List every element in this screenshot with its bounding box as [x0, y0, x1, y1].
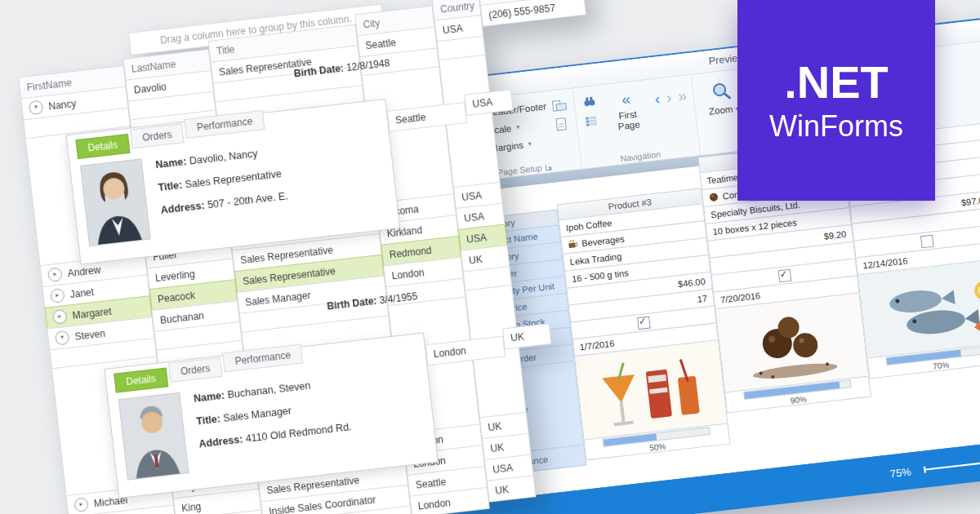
cell-picture: [858, 258, 980, 358]
dotnet-winforms-badge: .NET WinForms: [737, 0, 935, 201]
last-page-button[interactable]: »: [677, 88, 688, 104]
confection-icon: [708, 192, 719, 202]
badge-subtitle: WinForms: [769, 112, 903, 141]
badge-title: .NET: [784, 60, 889, 105]
zoom-slider[interactable]: [924, 452, 980, 476]
employee-photo: [118, 392, 189, 481]
collapse-row-icon[interactable]: ▾: [55, 330, 70, 346]
detail-title: Title: Sales Representative: [158, 167, 286, 193]
detail-title: Title: Sales Manager: [196, 398, 350, 427]
first-page-icon: «: [621, 91, 631, 108]
app-background: Drag a column here to group by this colu…: [0, 0, 980, 514]
expand-row-icon[interactable]: ▸: [52, 309, 68, 325]
product-photo-truffles: [716, 293, 868, 392]
grid-cell-country[interactable]: UK: [487, 475, 537, 502]
employee-grid-window: Drag a column here to group by this colu…: [5, 0, 672, 514]
grid-column-phone: (206) 555-9857: [478, 0, 586, 27]
expand-row-icon[interactable]: ▸: [47, 267, 63, 282]
expand-row-icon[interactable]: ▸: [74, 497, 89, 512]
tab-orders[interactable]: Orders: [130, 123, 185, 148]
next-page-button[interactable]: ›: [666, 90, 672, 106]
discontinued-checkbox: [920, 234, 933, 248]
tab-orders[interactable]: Orders: [168, 357, 223, 383]
detail-fields: Name: Davolio, Nancy Title: Sales Repres…: [154, 143, 291, 238]
detail-address: Address: 507 - 20th Ave. E.: [160, 190, 288, 216]
magnifier-icon: [710, 79, 733, 103]
collapse-row-icon[interactable]: ▾: [29, 100, 44, 116]
zoom-control: 75%: [889, 452, 980, 480]
previous-page-button[interactable]: ‹: [654, 91, 661, 107]
grid-cell-phone[interactable]: (206) 555-9857: [480, 0, 586, 27]
detail-name: Name: Davolio, Nancy: [155, 145, 283, 171]
product-photo-fish: [858, 259, 980, 357]
expand-row-icon[interactable]: ▸: [50, 288, 65, 304]
zoom-value: 75%: [889, 465, 912, 480]
employee-photo: [80, 158, 151, 246]
detail-address: Address: 4110 Old Redmond Rd.: [198, 421, 352, 450]
detail-fields: Name: Buchanan, Steven Title: Sales Mana…: [193, 374, 354, 472]
discontinued-checkbox: [777, 268, 791, 282]
